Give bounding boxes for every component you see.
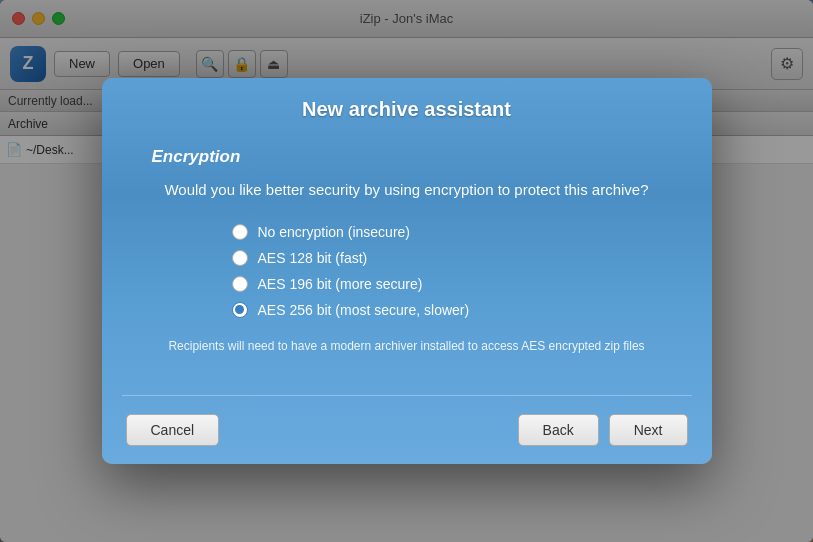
radio-item-aes256[interactable]: AES 256 bit (most secure, slower) (232, 302, 662, 318)
question-text: Would you like better security by using … (152, 179, 662, 202)
next-button[interactable]: Next (609, 414, 688, 446)
modal-body: Encryption Would you like better securit… (102, 137, 712, 394)
radio-circle-aes256[interactable] (232, 302, 248, 318)
radio-label-none: No encryption (insecure) (258, 224, 411, 240)
modal-header: New archive assistant (102, 78, 712, 137)
modal-dialog: New archive assistant Encryption Would y… (102, 78, 712, 463)
back-button[interactable]: Back (518, 414, 599, 446)
radio-label-aes196: AES 196 bit (more secure) (258, 276, 423, 292)
radio-item-none[interactable]: No encryption (insecure) (232, 224, 662, 240)
modal-footer: Cancel Back Next (102, 400, 712, 464)
radio-label-aes256: AES 256 bit (most secure, slower) (258, 302, 470, 318)
modal-title: New archive assistant (132, 98, 682, 121)
radio-circle-aes196[interactable] (232, 276, 248, 292)
section-title: Encryption (152, 147, 662, 167)
radio-item-aes196[interactable]: AES 196 bit (more secure) (232, 276, 662, 292)
radio-circle-none[interactable] (232, 224, 248, 240)
modal-overlay: New archive assistant Encryption Would y… (0, 0, 813, 542)
note-text: Recipients will need to have a modern ar… (152, 338, 662, 355)
radio-label-aes128: AES 128 bit (fast) (258, 250, 368, 266)
radio-item-aes128[interactable]: AES 128 bit (fast) (232, 250, 662, 266)
encryption-radio-group: No encryption (insecure) AES 128 bit (fa… (152, 224, 662, 318)
modal-divider (122, 395, 692, 396)
footer-right-buttons: Back Next (518, 414, 688, 446)
radio-circle-aes128[interactable] (232, 250, 248, 266)
cancel-button[interactable]: Cancel (126, 414, 220, 446)
